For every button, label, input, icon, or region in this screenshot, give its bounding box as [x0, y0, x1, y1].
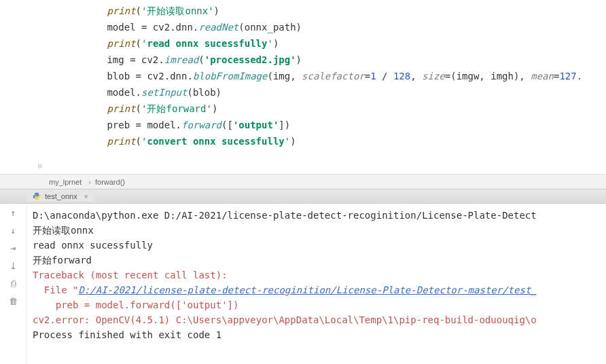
code-line[interactable]: preb = model.forward(['output']): [61, 117, 606, 133]
arrow-down-icon[interactable]: ↓: [8, 225, 19, 236]
console-line: Traceback (most recent call last):: [33, 268, 601, 283]
code-editor[interactable]: ⊖ print('开始读取onnx') model = cv2.dnn.read…: [0, 0, 606, 174]
trash-icon[interactable]: 🗑: [8, 296, 19, 307]
breadcrumb: my_lprnet › forward(): [0, 174, 606, 189]
code-line[interactable]: blob = cv2.dnn.blobFromImage(img, scalef…: [61, 68, 606, 84]
console-line: read onnx sucessfully: [33, 238, 601, 253]
editor-gutter: ⊖: [0, 0, 48, 174]
run-tab[interactable]: test_onnx ×: [27, 191, 94, 202]
code-line[interactable]: print('convert onnx sucessfully'): [61, 133, 606, 149]
console-line: Process finished with exit code 1: [33, 327, 601, 342]
code-line[interactable]: img = cv2.imread('processed2.jpg'): [61, 52, 606, 68]
code-line[interactable]: print('read onnx sucessfully'): [61, 35, 606, 52]
code-line[interactable]: print('开始读取onnx'): [61, 3, 606, 19]
chevron-right-icon: ›: [88, 178, 91, 186]
run-tool-window: ↑↓⇥⤓⎙🗑 D:\anaconda\python.exe D:/AI-2021…: [0, 204, 606, 364]
console-toolbar: ↑↓⇥⤓⎙🗑: [0, 204, 27, 364]
scroll-to-end-icon[interactable]: ⤓: [8, 261, 19, 272]
code-line[interactable]: model.setInput(blob): [61, 84, 606, 101]
code-line[interactable]: print('开始forward'): [61, 101, 606, 117]
console-output[interactable]: D:\anaconda\python.exe D:/AI-2021/licens…: [27, 204, 606, 364]
file-link[interactable]: D:/AI-2021/license-plate-detect-recogini…: [78, 285, 536, 295]
console-line: 开始forward: [33, 253, 601, 268]
console-line: preb = model.forward(['output']): [33, 297, 601, 312]
breadcrumb-item[interactable]: my_lprnet: [49, 178, 82, 186]
run-tab-label: test_onnx: [45, 192, 77, 200]
breadcrumb-item[interactable]: forward(): [95, 178, 125, 186]
arrow-up-icon[interactable]: ↑: [8, 208, 19, 219]
code-line[interactable]: model = cv2.dnn.readNet(onnx_path): [61, 19, 606, 35]
console-line: 开始读取onnx: [33, 223, 601, 238]
code-area[interactable]: print('开始读取onnx') model = cv2.dnn.readNe…: [48, 0, 606, 174]
close-icon[interactable]: ×: [84, 193, 88, 200]
wrap-icon[interactable]: ⇥: [8, 243, 19, 254]
fold-toggle-icon[interactable]: ⊖: [37, 162, 42, 170]
python-file-icon: [33, 192, 41, 200]
console-line: D:\anaconda\python.exe D:/AI-2021/licens…: [33, 208, 601, 223]
print-icon[interactable]: ⎙: [8, 278, 19, 289]
run-tool-window-tabs: test_onnx ×: [0, 189, 606, 204]
console-line: cv2.error: OpenCV(4.5.1) C:\Users\appvey…: [33, 312, 601, 327]
console-line: File "D:/AI-2021/license-plate-detect-re…: [33, 283, 601, 297]
